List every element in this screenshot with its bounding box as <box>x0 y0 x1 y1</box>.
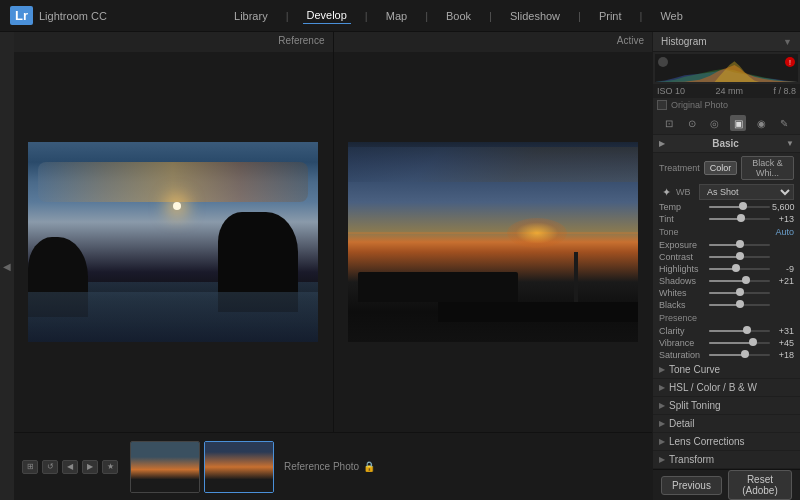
presence-label: Presence <box>653 311 800 325</box>
wb-select[interactable]: As Shot <box>699 184 794 200</box>
filmstrip-controls: ⊞ ↺ ◀ ▶ ★ <box>22 460 118 474</box>
highlights-track[interactable] <box>709 268 770 270</box>
blacks-row: Blacks <box>653 299 800 311</box>
crop-tool[interactable]: ⊡ <box>661 115 677 131</box>
center-area: Reference Active <box>14 32 652 500</box>
top-navigation: Lr Lightroom CC Library | Develop | Map … <box>0 0 800 32</box>
histogram-info: ISO 10 24 mm f / 8.8 <box>653 84 800 98</box>
histogram-focal: 24 mm <box>715 86 743 96</box>
eyedropper-icon[interactable]: ✦ <box>659 185 673 199</box>
tint-track[interactable] <box>709 218 770 220</box>
active-panel: Active <box>334 32 653 432</box>
filmstrip-btn-grid[interactable]: ⊞ <box>22 460 38 474</box>
nav-web[interactable]: Web <box>656 8 686 24</box>
filmstrip-btn-loop[interactable]: ↺ <box>42 460 58 474</box>
graduated-tool[interactable]: ▣ <box>730 115 746 131</box>
filmstrip-btn-rate[interactable]: ★ <box>102 460 118 474</box>
shadows-track[interactable] <box>709 280 770 282</box>
detail-arrow-icon: ▶ <box>659 419 665 428</box>
exposure-label: Exposure <box>659 240 707 250</box>
histogram-svg <box>655 54 798 82</box>
spot-tool[interactable]: ⊙ <box>684 115 700 131</box>
histogram-title: Histogram <box>661 36 707 47</box>
presence-text: Presence <box>659 313 697 323</box>
previous-button[interactable]: Previous <box>661 476 722 495</box>
histogram-arrow: ▼ <box>783 37 792 47</box>
saturation-row: Saturation +18 <box>653 349 800 361</box>
shadows-row: Shadows +21 <box>653 275 800 287</box>
basic-section-header[interactable]: ▶ Basic ▼ <box>653 135 800 153</box>
nav-slideshow[interactable]: Slideshow <box>506 8 564 24</box>
hsl-section[interactable]: ▶ HSL / Color / B & W <box>653 379 800 397</box>
bw-button[interactable]: Black & Whi... <box>741 156 794 180</box>
clarity-row: Clarity +31 <box>653 325 800 337</box>
treatment-label: Treatment <box>659 163 700 173</box>
hsl-label: HSL / Color / B & W <box>669 382 757 393</box>
shadows-value: +21 <box>772 276 794 286</box>
saturation-track[interactable] <box>709 354 770 356</box>
tint-label: Tint <box>659 214 707 224</box>
filmstrip-btn-prev[interactable]: ◀ <box>62 460 78 474</box>
nav-develop[interactable]: Develop <box>303 7 351 24</box>
highlights-row: Highlights -9 <box>653 263 800 275</box>
tone-curve-section[interactable]: ▶ Tone Curve <box>653 361 800 379</box>
treatment-row: Treatment Color Black & Whi... <box>653 153 800 183</box>
exposure-track[interactable] <box>709 244 770 246</box>
radial-tool[interactable]: ◉ <box>753 115 769 131</box>
hsl-arrow-icon: ▶ <box>659 383 665 392</box>
exposure-row: Exposure <box>653 239 800 251</box>
lens-corrections-section[interactable]: ▶ Lens Corrections <box>653 433 800 451</box>
reset-button[interactable]: Reset (Adobe) <box>728 470 792 500</box>
clarity-track[interactable] <box>709 330 770 332</box>
contrast-track[interactable] <box>709 256 770 258</box>
transform-section[interactable]: ▶ Transform <box>653 451 800 469</box>
filmstrip-label-text: Reference Photo <box>284 461 359 472</box>
filmstrip-thumb-2[interactable] <box>204 441 274 493</box>
tone-auto[interactable]: Auto <box>775 227 794 237</box>
nav-library[interactable]: Library <box>230 8 272 24</box>
filmstrip-btn-next[interactable]: ▶ <box>82 460 98 474</box>
highlights-value: -9 <box>772 264 794 274</box>
nav-print[interactable]: Print <box>595 8 626 24</box>
redeye-tool[interactable]: ◎ <box>707 115 723 131</box>
lens-label: Lens Corrections <box>669 436 745 447</box>
logo-area: Lr Lightroom CC <box>10 6 107 25</box>
detail-section[interactable]: ▶ Detail <box>653 415 800 433</box>
color-button[interactable]: Color <box>704 161 738 175</box>
tool-row: ⊡ ⊙ ◎ ▣ ◉ ✎ <box>653 112 800 135</box>
right-panel: Histogram ▼ ! ISO 10 24 mm f / 8.8 <box>652 32 800 500</box>
blacks-label: Blacks <box>659 300 707 310</box>
filmstrip-thumb-1[interactable] <box>130 441 200 493</box>
app-name: Lightroom CC <box>39 10 107 22</box>
histogram-warning-right[interactable]: ! <box>785 57 795 67</box>
basic-chevron-icon: ▼ <box>786 139 794 148</box>
left-panel-toggle[interactable]: ◀ <box>0 32 14 500</box>
active-photo <box>348 142 638 342</box>
histogram-header: Histogram ▼ <box>653 32 800 52</box>
whites-row: Whites <box>653 287 800 299</box>
temp-track[interactable] <box>709 206 770 208</box>
histogram-warning-left[interactable] <box>658 57 668 67</box>
transform-arrow-icon: ▶ <box>659 455 665 464</box>
lens-arrow-icon: ▶ <box>659 437 665 446</box>
nav-map[interactable]: Map <box>382 8 411 24</box>
reference-panel: Reference <box>14 32 334 432</box>
wb-label: WB <box>676 187 696 197</box>
transform-label: Transform <box>669 454 714 465</box>
whites-track[interactable] <box>709 292 770 294</box>
tone-curve-label: Tone Curve <box>669 364 720 375</box>
basic-title: Basic <box>712 138 739 149</box>
split-toning-section[interactable]: ▶ Split Toning <box>653 397 800 415</box>
nav-book[interactable]: Book <box>442 8 475 24</box>
reference-label: Reference <box>14 32 333 52</box>
lock-icon: 🔒 <box>363 461 375 472</box>
photo-meta: Original Photo <box>653 98 800 112</box>
histogram-aperture: f / 8.8 <box>773 86 796 96</box>
vibrance-track[interactable] <box>709 342 770 344</box>
original-photo-checkbox[interactable] <box>657 100 667 110</box>
histogram-area: ! <box>655 54 798 82</box>
blacks-track[interactable] <box>709 304 770 306</box>
left-arrow-icon: ◀ <box>3 261 11 272</box>
brush-tool[interactable]: ✎ <box>776 115 792 131</box>
bottom-buttons: Previous Reset (Adobe) <box>653 469 800 500</box>
